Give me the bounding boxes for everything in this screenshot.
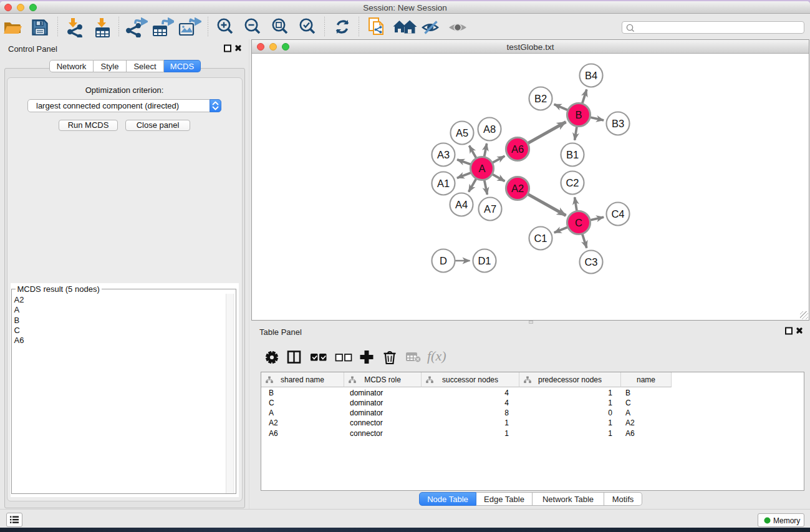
- svg-text:D: D: [440, 255, 447, 266]
- svg-text:A3: A3: [437, 149, 450, 160]
- svg-text:A7: A7: [484, 203, 496, 215]
- svg-text:A6: A6: [511, 143, 524, 155]
- svg-text:A8: A8: [483, 123, 496, 135]
- svg-text:C1: C1: [534, 233, 547, 244]
- svg-text:C: C: [575, 217, 582, 228]
- svg-text:A: A: [478, 163, 485, 174]
- svg-text:B3: B3: [612, 118, 624, 129]
- svg-text:C2: C2: [566, 177, 579, 188]
- svg-text:A1: A1: [437, 178, 450, 189]
- svg-text:B: B: [575, 109, 582, 120]
- svg-text:B1: B1: [566, 149, 579, 160]
- svg-text:A4: A4: [455, 199, 468, 210]
- svg-text:A5: A5: [456, 127, 468, 138]
- svg-text:D1: D1: [478, 255, 491, 266]
- svg-text:B2: B2: [534, 93, 547, 104]
- svg-text:A2: A2: [511, 183, 524, 194]
- svg-text:C3: C3: [584, 256, 597, 268]
- svg-text:B4: B4: [585, 70, 597, 81]
- svg-text:C4: C4: [611, 208, 624, 220]
